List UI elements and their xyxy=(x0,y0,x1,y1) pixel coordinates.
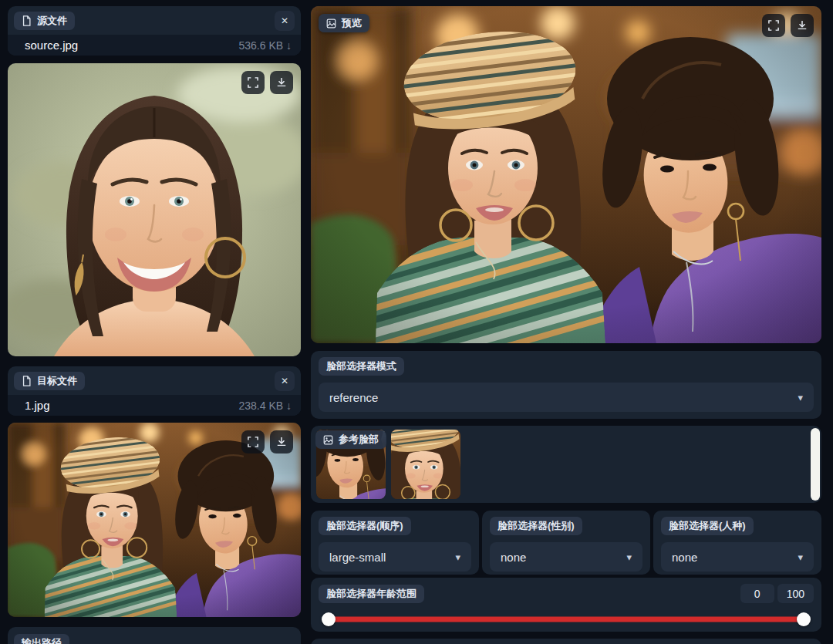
source-file-row: source.jpg 536.6 KB ↓ xyxy=(8,35,301,56)
document-icon xyxy=(22,15,32,26)
face-selector-order-panel: 脸部选择器(顺序) large-small ▾ xyxy=(311,511,479,575)
preview-chip: 预览 xyxy=(319,14,369,32)
document-icon xyxy=(22,376,32,386)
target-fullscreen-button[interactable] xyxy=(241,430,265,453)
source-portrait-illustration xyxy=(8,63,301,356)
output-path-chip: 输出路径 xyxy=(14,634,69,644)
reference-faces-panel: 参考脸部 xyxy=(311,426,821,503)
image-icon xyxy=(326,19,336,29)
face-selector-gender-panel: 脸部选择器(性别) none ▾ xyxy=(482,511,650,575)
image-icon xyxy=(323,435,333,445)
face-selector-order-value: large-small xyxy=(329,551,386,564)
reference-faces-scrollbar[interactable] xyxy=(811,428,820,501)
target-close-button[interactable]: ✕ xyxy=(275,371,295,391)
face-selector-order-label: 脸部选择器(顺序) xyxy=(326,520,403,532)
chevron-down-icon: ▾ xyxy=(626,552,632,562)
face-selector-race-select[interactable]: none ▾ xyxy=(661,542,814,572)
target-download-button[interactable] xyxy=(270,430,293,453)
age-range-slider-track[interactable] xyxy=(325,617,808,622)
face-selector-mode-chip: 脸部选择器模式 xyxy=(319,357,404,376)
source-image xyxy=(8,63,301,356)
source-file-header: 源文件 ✕ xyxy=(8,6,301,35)
reference-faces-chip: 参考脸部 xyxy=(315,430,386,449)
download-icon xyxy=(276,77,287,88)
reference-faces-label: 参考脸部 xyxy=(339,433,379,446)
age-range-max-input[interactable]: 100 xyxy=(777,584,814,603)
target-file-label: 目标文件 xyxy=(37,375,77,387)
reference-face-thumb-female[interactable] xyxy=(391,430,460,499)
source-file-panel: 源文件 ✕ source.jpg 536.6 KB ↓ xyxy=(8,6,301,56)
face-selector-race-value: none xyxy=(672,551,697,564)
face-selector-race-panel: 脸部选择器(人种) none ▾ xyxy=(653,511,821,575)
face-selector-gender-value: none xyxy=(501,551,526,564)
chevron-down-icon: ▾ xyxy=(798,552,803,562)
face-selector-mode-label: 脸部选择器模式 xyxy=(326,360,396,373)
face-selector-race-label: 脸部选择器(人种) xyxy=(669,520,746,532)
face-selector-gender-label: 脸部选择器(性别) xyxy=(497,520,575,532)
face-selector-race-chip: 脸部选择器(人种) xyxy=(661,517,754,535)
download-icon xyxy=(276,437,287,447)
target-file-panel: 目标文件 ✕ 1.jpg 238.4 KB ↓ xyxy=(8,366,301,416)
target-file-name: 1.jpg xyxy=(25,399,50,412)
age-range-min-input[interactable]: 0 xyxy=(740,584,774,603)
target-file-header: 目标文件 ✕ xyxy=(8,366,301,395)
right-column: 预览 脸部选择器模式 reference ▾ 参考脸部 xyxy=(311,6,821,644)
target-file-row: 1.jpg 238.4 KB ↓ xyxy=(8,395,301,416)
target-image xyxy=(8,423,301,617)
age-range-panel: 脸部选择器年龄范围 0 100 xyxy=(311,578,821,632)
source-close-button[interactable]: ✕ xyxy=(275,11,295,31)
source-file-size: 536.6 KB ↓ xyxy=(239,39,292,52)
face-selector-mode-panel: 脸部选择器模式 reference ▾ xyxy=(311,351,821,419)
output-path-label: 输出路径 xyxy=(22,637,62,644)
source-file-chip: 源文件 xyxy=(14,12,75,30)
age-range-slider xyxy=(325,612,808,626)
preview-download-button[interactable] xyxy=(791,14,814,37)
age-range-label: 脸部选择器年龄范围 xyxy=(326,588,416,600)
target-file-size: 238.4 KB ↓ xyxy=(239,400,292,412)
preview-label: 预览 xyxy=(342,17,362,29)
download-icon xyxy=(797,20,808,31)
age-range-slider-handle-max[interactable] xyxy=(797,612,811,626)
preview-couple-illustration xyxy=(311,6,821,343)
fullscreen-icon xyxy=(768,20,779,31)
next-section-panel xyxy=(311,639,821,644)
age-range-chip: 脸部选择器年龄范围 xyxy=(319,585,424,603)
source-fullscreen-button[interactable] xyxy=(241,71,265,94)
fullscreen-icon xyxy=(248,437,258,447)
output-path-panel: 输出路径 xyxy=(8,627,301,644)
face-selector-mode-select[interactable]: reference ▾ xyxy=(319,383,814,412)
preview-image: 预览 xyxy=(311,6,821,343)
face-selector-gender-select[interactable]: none ▾ xyxy=(490,542,642,572)
chevron-down-icon: ▾ xyxy=(798,393,803,403)
left-column: 源文件 ✕ source.jpg 536.6 KB ↓ 目标文件 ✕ xyxy=(8,6,301,644)
source-download-button[interactable] xyxy=(270,71,293,94)
target-file-chip: 目标文件 xyxy=(14,372,85,390)
female-face-illustration xyxy=(391,430,460,499)
source-file-name: source.jpg xyxy=(25,39,78,52)
face-selector-gender-chip: 脸部选择器(性别) xyxy=(490,517,582,535)
preview-fullscreen-button[interactable] xyxy=(762,14,785,37)
fullscreen-icon xyxy=(248,77,258,88)
close-icon: ✕ xyxy=(281,376,288,386)
chevron-down-icon: ▾ xyxy=(455,552,460,562)
face-selector-options-row: 脸部选择器(顺序) large-small ▾ 脸部选择器(性别) none ▾… xyxy=(311,511,821,575)
face-selector-mode-value: reference xyxy=(329,391,378,404)
face-selector-order-chip: 脸部选择器(顺序) xyxy=(319,517,411,535)
age-range-slider-handle-min[interactable] xyxy=(322,612,336,626)
face-selector-order-select[interactable]: large-small ▾ xyxy=(319,542,471,572)
source-file-label: 源文件 xyxy=(37,15,67,27)
close-icon: ✕ xyxy=(281,15,288,26)
